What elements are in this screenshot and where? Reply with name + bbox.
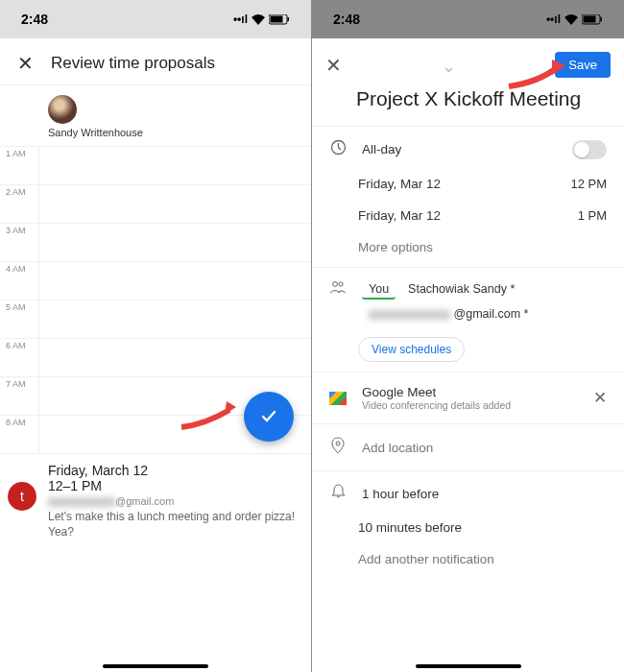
avatar (48, 95, 77, 124)
google-meet-row[interactable]: Google Meet Video conferencing details a… (312, 376, 624, 420)
hour-label: 6 AM (0, 339, 38, 376)
chip-attendee[interactable]: @gmail.com * (362, 305, 535, 323)
location-icon (329, 437, 347, 458)
meet-title: Google Meet (362, 385, 578, 399)
more-options-label[interactable]: More options (358, 240, 607, 254)
status-time: 2:48 (333, 12, 360, 27)
review-header: ✕ Review time proposals (0, 38, 311, 84)
allday-label: All-day (362, 142, 557, 156)
hour-label: 3 AM (0, 224, 38, 261)
people-icon (329, 280, 347, 298)
add-notification-row[interactable]: Add another notification (312, 543, 624, 575)
bell-icon (329, 484, 347, 503)
view-schedules-button[interactable]: View schedules (358, 337, 465, 362)
notification-label[interactable]: 1 hour before (362, 487, 607, 501)
svg-rect-1 (271, 15, 283, 22)
proposal-email: @gmail.com (48, 495, 298, 507)
end-time-row[interactable]: Friday, Mar 12 1 PM (312, 200, 624, 231)
people-row[interactable]: You Stachowiak Sandy * @gmail.com * (312, 272, 624, 331)
remove-meet-icon[interactable]: ✕ (593, 388, 607, 408)
page-title: Review time proposals (51, 54, 215, 73)
svg-point-8 (339, 282, 343, 286)
google-meet-icon (329, 392, 347, 405)
meet-subtitle: Video conferencing details added (362, 399, 578, 411)
hour-label: 1 AM (0, 147, 38, 184)
hour-label: 5 AM (0, 300, 38, 338)
status-time: 2:48 (21, 12, 48, 27)
status-icons: ••ıl (233, 12, 290, 26)
edit-event-sheet: ✕ ⌄ Save Project X Kickoff Meeting All-d… (312, 42, 624, 672)
chip-attendee[interactable]: Stachowiak Sandy * (401, 280, 521, 300)
hour-label: 8 AM (0, 416, 38, 453)
svg-rect-4 (584, 15, 596, 22)
start-time-row[interactable]: Friday, Mar 12 12 PM (312, 168, 624, 200)
hour-label: 2 AM (0, 185, 38, 223)
hour-label: 7 AM (0, 377, 38, 415)
confirm-fab[interactable] (244, 392, 294, 442)
status-icons: ••ıl (546, 12, 603, 26)
end-day[interactable]: Friday, Mar 12 (358, 208, 563, 223)
drag-handle-icon[interactable]: ⌄ (435, 63, 462, 67)
add-notification-label[interactable]: Add another notification (358, 552, 607, 566)
event-title[interactable]: Project X Kickoff Meeting (312, 84, 624, 122)
start-time[interactable]: 12 PM (570, 177, 607, 191)
checkmark-icon (258, 406, 279, 427)
calendar-grid[interactable]: 1 AM 2 AM 3 AM 4 AM 5 AM 6 AM 7 AM 8 AM (0, 146, 311, 453)
svg-rect-2 (288, 17, 290, 21)
close-icon[interactable]: ✕ (325, 54, 342, 77)
organizer-badge: t (8, 482, 36, 511)
proposal-day: Friday, March 12 (48, 463, 298, 478)
home-indicator[interactable] (416, 664, 521, 668)
notification-label[interactable]: 10 minutes before (358, 520, 607, 535)
end-time[interactable]: 1 PM (578, 208, 607, 223)
more-options-row[interactable]: More options (312, 231, 624, 263)
attendee: Sandy Writtenhouse (0, 85, 311, 146)
proposal-note: Let's make this a lunch meeting and orde… (48, 510, 298, 540)
location-row[interactable]: Add location (312, 428, 624, 467)
location-label[interactable]: Add location (362, 441, 607, 455)
status-bar: 2:48 ••ıl (0, 0, 311, 38)
svg-rect-5 (601, 17, 603, 21)
allday-row: All-day (312, 131, 624, 168)
status-bar: 2:48 ••ıl (312, 0, 624, 38)
svg-point-9 (336, 442, 340, 445)
hour-label: 4 AM (0, 262, 38, 300)
proposal-card[interactable]: t Friday, March 12 12–1 PM @gmail.com Le… (0, 453, 311, 597)
notification-row[interactable]: 1 hour before (312, 475, 624, 512)
close-icon[interactable]: ✕ (17, 52, 34, 75)
notification-row[interactable]: 10 minutes before (312, 512, 624, 543)
clock-icon (329, 139, 347, 159)
annotation-arrow (504, 56, 571, 98)
chip-you[interactable]: You (362, 280, 396, 300)
attendee-name: Sandy Writtenhouse (48, 127, 143, 138)
svg-point-7 (333, 282, 338, 287)
allday-toggle[interactable] (572, 140, 607, 159)
start-day[interactable]: Friday, Mar 12 (358, 177, 555, 191)
annotation-arrow (177, 394, 244, 436)
home-indicator[interactable] (103, 664, 208, 668)
proposal-time: 12–1 PM (48, 478, 298, 493)
